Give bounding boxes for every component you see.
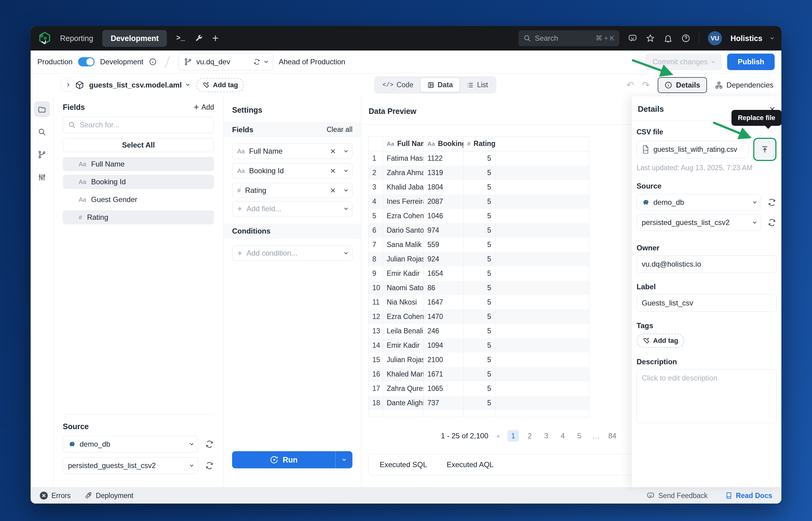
view-switcher: </> Code Data (374, 76, 496, 94)
deployment-button[interactable]: Deployment (84, 492, 134, 500)
refresh-icon[interactable] (767, 218, 776, 227)
csv-file-field[interactable]: CSV guests_list_with_rating.csv (636, 141, 749, 158)
commit-changes-button[interactable]: Commit changes (645, 53, 722, 70)
nav-development[interactable]: Development (102, 30, 167, 47)
result-tab[interactable]: Executed SQL (380, 460, 427, 469)
replace-file-upload-button[interactable] (755, 140, 774, 159)
chevron-down-icon[interactable] (344, 168, 347, 172)
wrench-icon[interactable] (195, 34, 203, 43)
fields-search-input[interactable] (80, 120, 209, 129)
table-row: 16 Khaled Mansoor 1671 5 (369, 367, 589, 381)
page-84-button[interactable]: 84 (607, 430, 618, 442)
dependencies-button[interactable]: Dependencies (715, 81, 773, 89)
text-type-icon: Aa (79, 179, 86, 185)
selected-field-chip[interactable]: Aa Full Name × (232, 143, 353, 159)
description-label: Description (636, 358, 776, 366)
expand-sidebar-button[interactable] (61, 78, 75, 92)
selected-field-chip[interactable]: # Rating × (232, 183, 353, 198)
model-cube-icon (75, 81, 84, 90)
page-5-button[interactable]: 5 (573, 430, 585, 442)
details-button[interactable]: Details (658, 77, 707, 93)
user-avatar[interactable]: VU (708, 31, 722, 45)
workspace-name[interactable]: Holistics (730, 34, 762, 43)
add-tab-icon[interactable]: + (212, 33, 219, 44)
nav-reporting[interactable]: Reporting (60, 34, 93, 43)
source-database-dropdown[interactable]: demo_db (63, 436, 198, 452)
send-feedback-button[interactable]: Send Feedback (647, 492, 707, 500)
details-source-table-dropdown[interactable]: persisted_guests_list_csv2 (636, 214, 761, 231)
run-button[interactable]: Run (232, 451, 335, 468)
feedback-chat-icon[interactable] (628, 34, 637, 43)
files-nav-folder-icon[interactable] (34, 101, 50, 117)
replace-file-tooltip: Replace file (731, 110, 782, 126)
tab-code[interactable]: </> Code (376, 78, 420, 92)
field-item[interactable]: Aa Booking Id (63, 175, 214, 189)
page-3-button[interactable]: 3 (540, 430, 552, 442)
page-4-button[interactable]: 4 (557, 430, 569, 442)
table-row: 10 Naomi Sato 86 5 (369, 281, 589, 295)
branch-selector[interactable]: vu.dq_dev (178, 53, 273, 70)
field-item[interactable]: # Rating (63, 210, 214, 224)
development-label: Development (100, 58, 143, 66)
owner-field[interactable] (636, 255, 776, 273)
add-condition-chip[interactable]: + Add condition... (232, 246, 353, 261)
star-icon[interactable] (646, 34, 655, 43)
refresh-icon[interactable] (205, 461, 214, 470)
csv-file-icon: CSV (641, 145, 650, 154)
environment-toolbar: Production Development vu.dq_dev (30, 50, 782, 73)
undo-icon[interactable]: ↶ (627, 80, 634, 90)
model-chevron-down-icon[interactable] (186, 82, 189, 86)
source-table-dropdown[interactable]: persisted_guests_list_csv2 (63, 457, 198, 474)
page-2-button[interactable]: 2 (524, 430, 536, 442)
settings-sliders-icon[interactable] (34, 169, 50, 185)
info-icon[interactable] (149, 58, 157, 66)
label-field[interactable] (636, 294, 776, 312)
selected-field-chip[interactable]: Aa Booking Id × (232, 163, 353, 179)
plus-icon: + (194, 103, 199, 112)
remove-field-icon[interactable]: × (330, 166, 336, 175)
branch-name: vu.dq_dev (196, 58, 230, 66)
help-icon[interactable] (681, 34, 691, 43)
details-source-database-dropdown[interactable]: demo_db (636, 194, 761, 211)
tab-list[interactable]: List (460, 78, 495, 92)
description-field[interactable]: Click to edit description (636, 369, 776, 423)
text-type-icon: Aa (237, 148, 245, 155)
holistics-logo-icon[interactable] (39, 31, 51, 45)
table-row: 1 Fatima Hassan 1122 5 (369, 151, 589, 166)
add-tag-button[interactable]: Add tag (636, 334, 684, 348)
clear-all-button[interactable]: Clear all (327, 126, 353, 134)
csv-file-label: CSV file (636, 128, 776, 136)
previous-page-icon[interactable]: ◂ (496, 432, 499, 439)
field-item[interactable]: Aa Guest Gender (63, 192, 214, 207)
field-item[interactable]: Aa Full Name (63, 157, 214, 171)
select-all-button[interactable]: Select All (63, 138, 214, 152)
run-options-button[interactable] (335, 451, 353, 468)
git-nav-icon[interactable] (34, 146, 50, 162)
add-tag-button[interactable]: Add tag (196, 78, 244, 92)
page-1-button[interactable]: 1 (508, 430, 519, 442)
environment-toggle[interactable] (78, 57, 95, 66)
workspace-chevron-down-icon[interactable] (770, 36, 774, 39)
remove-field-icon[interactable]: × (330, 186, 336, 195)
table-row: 13 Leila Benali 246 5 (369, 324, 589, 338)
branch-refresh-icon[interactable] (253, 58, 261, 66)
bell-icon[interactable] (663, 34, 673, 43)
global-search-input[interactable]: Search ⌘ + K (518, 30, 619, 46)
tab-data[interactable]: Data (420, 78, 460, 92)
result-tab[interactable]: Executed AQL (447, 460, 494, 469)
redo-icon[interactable]: ↷ (642, 80, 650, 90)
add-field-chip[interactable]: + Add field... (232, 201, 353, 217)
model-file-name[interactable]: guests_list_csv.model.aml (89, 81, 182, 89)
refresh-icon[interactable] (205, 439, 214, 449)
refresh-icon[interactable] (767, 198, 776, 207)
add-field-button[interactable]: + Add (194, 103, 214, 112)
search-nav-icon[interactable] (34, 124, 50, 140)
chevron-down-icon[interactable] (344, 188, 347, 191)
publish-button[interactable]: Publish (727, 53, 775, 70)
errors-button[interactable]: ✕ Errors (40, 492, 71, 500)
read-docs-link[interactable]: Read Docs (725, 492, 772, 500)
remove-field-icon[interactable]: × (330, 146, 336, 156)
chevron-down-icon[interactable] (344, 149, 347, 152)
book-icon (725, 492, 733, 500)
terminal-icon[interactable]: >_ (176, 34, 185, 42)
